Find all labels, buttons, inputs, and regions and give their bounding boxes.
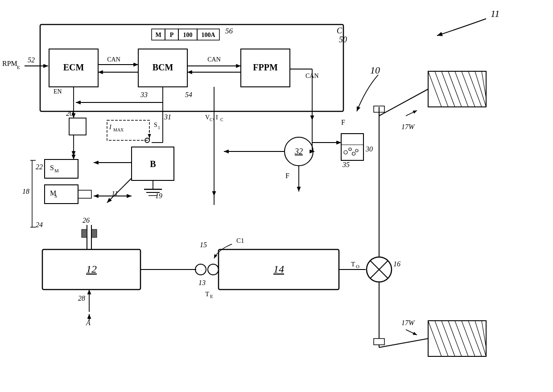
- 32-label: 32: [294, 147, 303, 156]
- 19-label: 19: [155, 192, 162, 200]
- 22-label: 22: [36, 163, 43, 171]
- sm-sub: M: [54, 168, 59, 173]
- 10-label: 10: [370, 65, 380, 76]
- p-label: P: [170, 32, 174, 38]
- svg-line-75: [442, 321, 455, 356]
- svg-rect-48: [82, 229, 87, 237]
- ic-sub: C: [220, 117, 223, 122]
- svg-line-63: [428, 71, 442, 107]
- svg-line-73: [428, 321, 442, 356]
- 31-label: 31: [164, 113, 171, 121]
- svg-line-90: [406, 110, 417, 116]
- 14-label: 14: [273, 263, 284, 275]
- ecm-label: ECM: [63, 62, 84, 72]
- 28-label: 28: [78, 294, 85, 302]
- svg-line-64: [435, 71, 448, 107]
- svg-line-69: [468, 71, 482, 107]
- can-ecm-bcm-label: CAN: [107, 56, 120, 63]
- svg-line-66: [448, 71, 462, 107]
- 35-label: 35: [342, 161, 350, 168]
- a-label: A: [86, 319, 91, 327]
- c1-label: C1: [236, 237, 244, 244]
- c-label: C: [337, 26, 343, 35]
- 26-label: 26: [83, 216, 90, 224]
- ref-11-label: 11: [491, 8, 499, 19]
- 100-label: 100: [183, 32, 193, 38]
- svg-point-97: [355, 149, 358, 152]
- f-down-label: F: [285, 172, 289, 180]
- 12-label: 12: [86, 263, 97, 275]
- vc-ic-label: V: [205, 114, 210, 121]
- to-sub: O: [356, 264, 359, 269]
- svg-line-68: [462, 71, 475, 107]
- svg-line-76: [448, 321, 462, 356]
- sm-label: S: [50, 164, 54, 172]
- svg-rect-38: [78, 190, 91, 198]
- svg-line-78: [462, 321, 475, 356]
- rpme-label: RPM: [2, 60, 17, 67]
- 17w-top-label: 17W: [401, 123, 415, 131]
- ms-sub: S: [54, 193, 57, 199]
- fppm-label: FPPM: [253, 62, 278, 72]
- svg-line-65: [442, 71, 455, 107]
- imax-sub-label: MAX: [113, 127, 124, 132]
- to-label: T: [351, 261, 355, 268]
- s1-label: S: [154, 122, 157, 128]
- 13-label: 13: [198, 279, 206, 286]
- te-sub: E: [210, 294, 213, 299]
- 50-label: 50: [339, 35, 347, 44]
- 52-label: 52: [28, 56, 35, 64]
- 33-label: 33: [140, 91, 148, 98]
- 16-label: 16: [393, 260, 400, 268]
- imax-label: I: [109, 124, 112, 131]
- svg-line-67: [455, 71, 468, 107]
- 18-label: 18: [22, 188, 29, 195]
- 24-label: 24: [36, 221, 43, 229]
- 100a-label: 100A: [201, 32, 215, 38]
- bcm-label: BCM: [153, 62, 173, 72]
- m-label: M: [155, 32, 161, 38]
- en-label: EN: [54, 88, 62, 95]
- svg-line-105: [107, 178, 132, 203]
- svg-point-95: [349, 148, 351, 151]
- 20-label: 20: [66, 110, 73, 117]
- svg-line-74: [435, 321, 448, 356]
- svg-point-55: [195, 264, 206, 275]
- svg-rect-22: [69, 118, 86, 135]
- svg-line-89: [379, 339, 428, 347]
- svg-point-94: [344, 151, 347, 154]
- vc-sub: C: [210, 117, 213, 122]
- svg-line-79: [468, 321, 482, 356]
- 56-label: 56: [225, 27, 233, 35]
- 17w-bottom-label: 17W: [401, 319, 415, 327]
- svg-rect-93: [341, 134, 363, 160]
- svg-rect-49: [91, 229, 97, 237]
- svg-line-85: [379, 89, 428, 116]
- diagram-container: 11 C 50 M P 100 100A 56 ECM BCM FPPM: [0, 0, 553, 392]
- svg-point-56: [208, 264, 219, 275]
- svg-line-77: [455, 321, 468, 356]
- svg-line-91: [406, 330, 417, 335]
- main-diagram: 11 C 50 M P 100 100A 56 ECM BCM FPPM: [0, 0, 553, 392]
- svg-point-96: [352, 152, 355, 155]
- b-label: B: [150, 159, 156, 169]
- 30-label: 30: [365, 145, 373, 153]
- 15-label: 15: [200, 241, 207, 249]
- rpme-sub-label: E: [17, 65, 20, 70]
- 54-label: 54: [185, 91, 192, 98]
- ic-label: , I: [213, 114, 218, 121]
- f-top-label: F: [341, 118, 345, 126]
- can-bcm-fppm-label: CAN: [207, 56, 221, 63]
- svg-rect-87: [374, 339, 384, 345]
- te-label: T: [205, 290, 209, 298]
- s1-sub-label: 1: [158, 125, 160, 130]
